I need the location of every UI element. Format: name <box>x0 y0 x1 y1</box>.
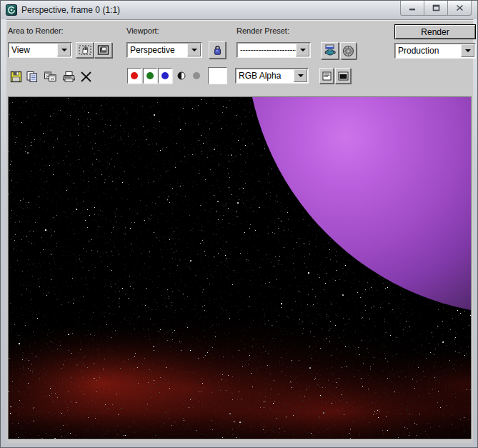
alpha-channel-button[interactable] <box>174 68 189 84</box>
3ds-max-logo-icon <box>6 4 17 16</box>
render-mode-value: Production <box>398 46 462 56</box>
environment-dialog-button[interactable] <box>340 42 357 59</box>
minimize-icon <box>409 4 416 11</box>
area-to-render-select[interactable]: View <box>8 42 72 58</box>
maximize-button[interactable] <box>424 1 448 16</box>
environment-sphere-icon <box>342 45 354 57</box>
render-mode-select[interactable]: Production <box>394 43 476 59</box>
blue-channel-button[interactable] <box>158 68 172 84</box>
render-button-label: Render <box>421 27 449 37</box>
toggle-ui-icon <box>338 71 349 81</box>
copy-image-button[interactable] <box>24 69 40 84</box>
clear-x-icon <box>80 71 92 83</box>
print-image-icon <box>62 71 76 83</box>
area-to-render-value: View <box>11 45 58 55</box>
rendered-image-viewport <box>8 96 472 439</box>
dropdown-arrow[interactable] <box>294 69 307 82</box>
green-channel-button[interactable] <box>143 68 157 84</box>
toggle-overlays-button[interactable] <box>319 68 334 84</box>
clone-window-button[interactable] <box>42 69 58 84</box>
area-to-render-label: Area to Render: <box>8 26 64 35</box>
render-preset-label: Render Preset: <box>236 26 289 35</box>
red-channel-button[interactable] <box>127 68 141 84</box>
channel-display-select[interactable]: RGB Alpha <box>235 68 309 84</box>
edit-region-hand-icon <box>79 44 91 56</box>
render-frame-window: Perspective, frame 0 (1:1) Area to Rende… <box>0 0 478 448</box>
render-preset-value: ------------------------- <box>240 45 297 54</box>
render-preset-select[interactable]: ------------------------- <box>236 42 311 58</box>
minimize-button[interactable] <box>400 1 424 16</box>
channel-display-value: RGB Alpha <box>239 71 294 81</box>
window-controls <box>400 1 472 16</box>
window-title: Perspective, frame 0 (1:1) <box>21 5 120 15</box>
dropdown-arrow[interactable] <box>296 44 309 56</box>
viewport-lock-icon <box>213 45 222 56</box>
copy-image-icon <box>26 71 39 83</box>
render-button[interactable]: Render <box>394 24 476 39</box>
dropdown-arrow[interactable] <box>187 44 201 56</box>
clone-window-icon <box>44 71 57 82</box>
viewport-label: Viewport: <box>126 26 159 35</box>
dropdown-arrow[interactable] <box>461 44 474 57</box>
dropdown-arrow[interactable] <box>57 44 71 56</box>
titlebar[interactable]: Perspective, frame 0 (1:1) <box>1 1 477 19</box>
maximize-icon <box>432 4 440 11</box>
save-image-icon <box>10 71 22 83</box>
viewport-lock-button[interactable] <box>209 41 226 59</box>
green-channel-icon <box>146 72 154 79</box>
auto-region-button[interactable] <box>94 42 112 58</box>
close-icon <box>456 4 464 11</box>
save-image-button[interactable] <box>8 69 24 84</box>
edit-region-button[interactable] <box>76 42 94 58</box>
red-channel-icon <box>131 72 138 79</box>
render-setup-button[interactable] <box>321 42 339 59</box>
viewport-select[interactable]: Perspective <box>126 42 202 58</box>
clear-button[interactable] <box>78 69 94 84</box>
monochrome-button[interactable] <box>189 68 204 84</box>
toolbar-client-area: Area to Render: Viewport: Render Preset:… <box>6 19 473 443</box>
print-image-button[interactable] <box>61 69 76 84</box>
render-setup-teapot-icon <box>323 44 337 57</box>
viewport-value: Perspective <box>130 45 188 55</box>
close-button[interactable] <box>448 1 472 16</box>
toggle-overlays-icon <box>322 71 332 81</box>
blue-channel-icon <box>161 72 169 79</box>
monochrome-icon <box>193 72 200 79</box>
auto-region-icon <box>97 44 109 56</box>
toggle-ui-button[interactable] <box>335 68 351 84</box>
background-color-swatch[interactable] <box>208 67 227 84</box>
alpha-channel-icon <box>177 71 186 80</box>
